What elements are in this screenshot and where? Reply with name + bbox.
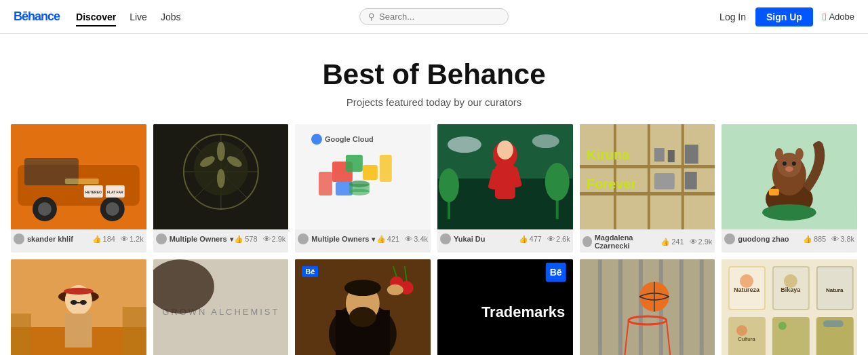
svg-point-94	[349, 307, 376, 327]
svg-point-22	[217, 169, 225, 188]
svg-point-35	[349, 181, 370, 187]
card-11[interactable]: Multiple Owners 👍 672 👁 4.9k	[580, 259, 715, 355]
card-2-stats: 👍 578 👁 2.9k	[234, 235, 285, 244]
card-10[interactable]: Trademarks Bē Amr Bo Shanab 👍 338 👁 4.0k	[437, 259, 573, 355]
svg-point-68	[792, 162, 796, 166]
adobe-link[interactable]:  Adobe	[823, 11, 854, 22]
svg-point-4	[38, 202, 52, 216]
svg-point-122	[740, 274, 753, 288]
author-name: skander khlif	[27, 235, 73, 243]
gallery-row-1: HETEREO FLAT FAR skander khlif 👍 184 👁 1…	[11, 124, 857, 253]
likes-stat: 👍 885	[803, 235, 826, 244]
svg-rect-83	[77, 302, 80, 303]
card-3-image: Google Cloud	[295, 124, 431, 229]
svg-rect-28	[346, 155, 363, 172]
card-7[interactable]: Erik Almàs 👍 281 👁 3.5k	[11, 259, 146, 355]
card-8[interactable]: GROWN ALCHEMIST Amr Elwan 👍 354 👁 4.1k	[153, 259, 289, 355]
views-stat: 👁 3.8k	[831, 235, 854, 243]
card-2-info: Multiple Owners 👍 578 👁 2.9k	[153, 229, 289, 247]
card-5-stats: 👍 241 👁 2.9k	[660, 238, 712, 246]
card-1-author: skander khlif	[14, 233, 73, 244]
svg-point-67	[783, 162, 787, 166]
nav-right: Log In Sign Up  Adobe	[719, 7, 854, 26]
card-3-author: Multiple Owners	[298, 233, 375, 244]
svg-rect-54	[648, 124, 650, 229]
svg-point-44	[532, 134, 559, 148]
avatar	[583, 236, 592, 247]
card-6-stats: 👍 885 👁 3.8k	[803, 235, 854, 244]
nav-link-discover[interactable]: Discover	[76, 12, 116, 26]
navbar: Bēhance Discover Live Jobs ⚲ Log In Sign…	[0, 0, 868, 34]
card-2-author: Multiple Owners	[156, 233, 233, 244]
svg-point-48	[545, 163, 570, 201]
card-12-image: Natureza Bikaya Natura Cultura	[722, 259, 857, 355]
svg-text:Trademarks: Trademarks	[481, 303, 565, 320]
svg-point-71	[795, 148, 804, 160]
card-5-image: Kiruna Forever	[580, 124, 715, 229]
svg-point-42	[497, 141, 513, 160]
svg-point-69	[785, 166, 793, 172]
search-input[interactable]	[379, 12, 500, 22]
card-4[interactable]: Yukai Du 👍 477 👁 2.6k	[437, 124, 573, 253]
card-2[interactable]: Multiple Owners 👍 578 👁 2.9k	[153, 124, 289, 253]
nav-link-jobs[interactable]: Jobs	[161, 12, 181, 22]
login-button[interactable]: Log In	[719, 12, 746, 22]
card-6[interactable]: guodong zhao 👍 885 👁 3.8k	[722, 124, 857, 253]
card-4-author: Yukai Du	[440, 233, 485, 244]
svg-point-43	[448, 136, 481, 153]
svg-rect-60	[684, 145, 698, 164]
svg-text:Natura: Natura	[826, 287, 844, 293]
svg-rect-58	[654, 148, 665, 162]
svg-point-73	[762, 204, 816, 221]
card-4-info: Yukai Du 👍 477 👁 2.6k	[437, 229, 573, 247]
dropdown-arrow[interactable]	[230, 235, 233, 243]
views-stat: 👁 2.9k	[263, 235, 286, 243]
avatar	[14, 233, 24, 244]
author-name: Magdalena Czarnecki	[595, 233, 661, 250]
behance-logo[interactable]: Bēhance	[14, 10, 60, 24]
card-4-image	[437, 124, 573, 229]
likes-stat: 👍 241	[660, 238, 684, 246]
card-5-author: Magdalena Czarnecki	[583, 233, 661, 250]
svg-rect-84	[11, 314, 31, 355]
svg-text:Cultura: Cultura	[738, 336, 755, 342]
svg-rect-80	[65, 314, 92, 348]
nav-item-jobs[interactable]: Jobs	[161, 11, 181, 23]
card-5[interactable]: Kiruna Forever Magdalena Czarnecki 👍 241	[580, 124, 715, 253]
svg-point-100	[387, 284, 403, 295]
svg-rect-7	[65, 179, 99, 184]
svg-point-6	[106, 202, 119, 216]
adobe-icon: 	[823, 11, 826, 22]
svg-text:HETEREO: HETEREO	[85, 190, 102, 194]
signup-button[interactable]: Sign Up	[755, 7, 813, 26]
card-1-info: skander khlif 👍 184 👁 1.2k	[11, 229, 146, 247]
svg-rect-72	[769, 189, 779, 195]
svg-rect-32	[380, 155, 392, 182]
views-stat: 👁 3.4k	[405, 235, 428, 243]
card-8-image: GROWN ALCHEMIST	[153, 259, 289, 355]
card-10-image: Trademarks Bē	[437, 259, 573, 355]
svg-point-93	[344, 280, 381, 296]
svg-rect-85	[123, 307, 146, 355]
card-11-image	[580, 259, 715, 355]
likes-stat: 👍 184	[92, 235, 115, 244]
card-1[interactable]: HETEREO FLAT FAR skander khlif 👍 184 👁 1…	[11, 124, 146, 253]
card-3[interactable]: Google Cloud Multiple Owne	[295, 124, 431, 253]
nav-item-live[interactable]: Live	[130, 11, 147, 23]
card-1-stats: 👍 184 👁 1.2k	[92, 235, 144, 244]
card-1-image: HETEREO FLAT FAR	[11, 124, 146, 229]
nav-link-live[interactable]: Live	[130, 12, 147, 22]
svg-text:Kiruna: Kiruna	[587, 147, 630, 162]
svg-point-24	[311, 134, 322, 145]
card-12[interactable]: Natureza Bikaya Natura Cultura	[722, 259, 857, 355]
gallery-row-2: Erik Almàs 👍 281 👁 3.5k GROWN ALCHEMIST	[11, 259, 857, 355]
avatar	[440, 233, 451, 244]
search-bar[interactable]: ⚲	[359, 8, 509, 25]
dropdown-arrow[interactable]	[372, 235, 375, 243]
author-name: guodong zhao	[738, 235, 789, 243]
nav-links: Discover Live Jobs	[76, 11, 180, 23]
nav-item-discover[interactable]: Discover	[76, 11, 116, 23]
card-3-stats: 👍 421 👁 3.4k	[376, 235, 428, 244]
svg-rect-131	[772, 317, 810, 355]
card-9[interactable]: Bē Anastazi Li 👍 888 👁 3.6k	[295, 259, 431, 355]
